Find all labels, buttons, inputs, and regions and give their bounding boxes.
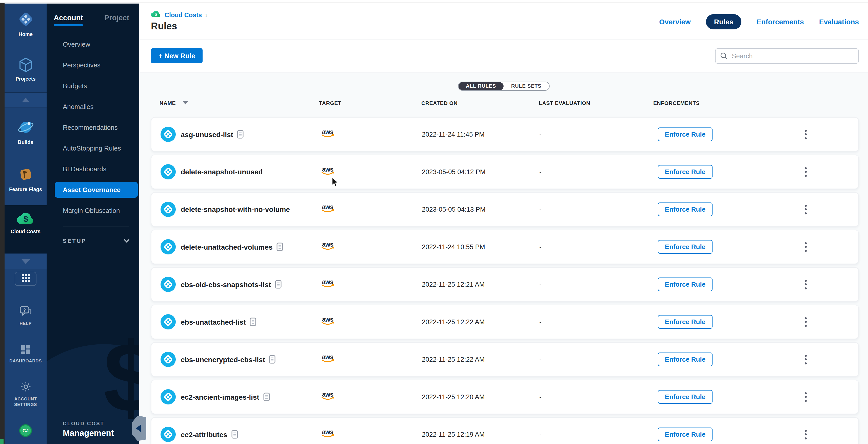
enforce-rule-button[interactable]: Enforce Rule <box>658 427 713 441</box>
kebab-menu-icon[interactable] <box>802 427 810 442</box>
page-tab-overview[interactable]: Overview <box>659 18 691 26</box>
page-tab-evaluations[interactable]: Evaluations <box>819 18 859 26</box>
rule-name[interactable]: ebs-unattached-list <box>181 318 246 326</box>
rule-icon <box>160 389 176 405</box>
sidenav-item-anomalies[interactable]: Anomalies <box>46 96 139 117</box>
rule-name-cell: asg-unused-list <box>181 130 244 139</box>
aws-icon: aws <box>319 166 336 178</box>
rule-name[interactable]: delete-unattached-volumes <box>181 243 273 251</box>
enforce-rule-button[interactable]: Enforce Rule <box>658 315 713 329</box>
table-row[interactable]: delete-snapshot-unused aws 2023-05-05 04… <box>151 155 859 189</box>
enforce-rule-button[interactable]: Enforce Rule <box>658 165 713 179</box>
rule-icon <box>160 314 176 329</box>
rule-name[interactable]: asg-unused-list <box>181 130 233 138</box>
sidenav-item-setup[interactable]: SETUP <box>63 234 129 247</box>
cloud-dollar-icon: $ <box>151 10 161 20</box>
created-on-value: 2023-05-05 04:13 PM <box>422 206 486 213</box>
created-on-value: 2022-11-25 12:22 AM <box>422 318 485 326</box>
doc-icon <box>275 280 282 289</box>
rules-list-area: ALL RULES RULE SETS NAME TARGET CREATED … <box>139 72 868 444</box>
search-icon <box>720 52 728 60</box>
rule-name[interactable]: delete-snapshot-unused <box>181 168 263 176</box>
browser-top-strip <box>0 0 868 3</box>
page-tab-rules[interactable]: Rules <box>706 14 741 29</box>
chevron-up-icon <box>22 97 30 102</box>
rule-name[interactable]: ec2-ancient-images-list <box>181 393 259 401</box>
sidenav-item-autostopping-rules[interactable]: AutoStopping Rules <box>46 138 139 159</box>
table-row[interactable]: ebs-unencrypted-ebs-list aws 2022-11-25 … <box>151 342 859 377</box>
harness-logo-icon <box>17 21 34 29</box>
rail-scroll-up[interactable] <box>5 92 46 108</box>
rail-label-home: Home <box>5 31 46 37</box>
rule-name[interactable]: delete-snapshot-with-no-volume <box>181 205 290 213</box>
rail-item-builds[interactable]: Builds <box>5 119 46 145</box>
kebab-menu-icon[interactable] <box>802 314 810 329</box>
sidenav-item-overview[interactable]: Overview <box>46 34 139 55</box>
kebab-menu-icon[interactable] <box>802 352 810 367</box>
kebab-menu-icon[interactable] <box>802 239 810 255</box>
kebab-menu-icon[interactable] <box>802 277 810 292</box>
sidenav-item-label: Recommendations <box>63 124 118 131</box>
rail-item-cloud-costs[interactable]: $ Cloud Costs <box>5 212 46 234</box>
column-header-name[interactable]: NAME <box>159 100 188 106</box>
user-avatar[interactable]: CJ <box>19 424 32 437</box>
rail-item-feature-flags[interactable]: Feature Flags <box>5 166 46 192</box>
tab-project[interactable]: Project <box>104 14 129 26</box>
enforce-rule-button[interactable]: Enforce Rule <box>658 127 713 141</box>
breadcrumb-cloud-costs-link[interactable]: Cloud Costs <box>164 11 202 19</box>
sidenav-item-recommendations[interactable]: Recommendations <box>46 117 139 138</box>
rule-name[interactable]: ebs-old-ebs-snapshots-list <box>181 280 271 288</box>
sidenav-item-asset-governance[interactable]: Asset Governance <box>46 179 139 200</box>
rule-icon <box>160 164 176 179</box>
sidenav-item-label: BI Dashboards <box>63 165 106 173</box>
created-on-value: 2022-11-24 10:55 PM <box>422 243 485 250</box>
help-chat-icon: ? <box>19 310 32 319</box>
module-grid-button[interactable] <box>15 272 36 286</box>
rail-scroll-down[interactable] <box>5 254 46 269</box>
table-row[interactable]: ebs-unattached-list aws 2022-11-25 12:22… <box>151 305 859 339</box>
aws-icon: aws <box>319 391 336 403</box>
table-row[interactable]: ec2-attributes aws 2022-11-25 12:19 AM -… <box>151 417 859 444</box>
table-row[interactable]: delete-snapshot-with-no-volume aws 2023-… <box>151 192 859 227</box>
rule-name[interactable]: ebs-unencrypted-ebs-list <box>181 355 265 363</box>
tab-account[interactable]: Account <box>54 14 83 26</box>
rule-name[interactable]: ec2-attributes <box>181 430 227 438</box>
doc-icon <box>237 130 244 139</box>
rail-item-projects[interactable]: Projects <box>5 57 46 82</box>
enforce-rule-button[interactable]: Enforce Rule <box>658 277 713 291</box>
page-tab-enforcements[interactable]: Enforcements <box>756 18 804 26</box>
table-row[interactable]: ebs-old-ebs-snapshots-list aws 2022-11-2… <box>151 267 859 302</box>
enforce-rule-button[interactable]: Enforce Rule <box>658 390 713 404</box>
sidenav-item-label: AutoStopping Rules <box>63 144 121 152</box>
rail-label-builds: Builds <box>5 139 46 145</box>
table-row[interactable]: delete-unattached-volumes aws 2022-11-24… <box>151 230 859 264</box>
kebab-menu-icon[interactable] <box>802 127 810 142</box>
scope-tabs: Account Project <box>54 14 129 26</box>
toggle-rule-sets[interactable]: RULE SETS <box>504 82 549 90</box>
rail-item-home[interactable]: Home <box>5 11 46 37</box>
module-eyebrow: CLOUD COST <box>63 421 104 426</box>
sidenav-item-budgets[interactable]: Budgets <box>46 76 139 96</box>
sidenav-item-perspectives[interactable]: Perspectives <box>46 55 139 76</box>
enforce-rule-button[interactable]: Enforce Rule <box>658 353 713 366</box>
search-input[interactable] <box>715 48 859 64</box>
table-row[interactable]: asg-unused-list aws 2022-11-24 11:45 PM … <box>151 117 859 152</box>
table-row[interactable]: ec2-ancient-images-list aws 2022-11-25 1… <box>151 380 859 414</box>
rule-icon <box>160 427 176 442</box>
svg-text:?: ? <box>23 308 26 313</box>
toggle-all-rules[interactable]: ALL RULES <box>458 82 504 90</box>
enforce-rule-button[interactable]: Enforce Rule <box>658 203 713 216</box>
kebab-menu-icon[interactable] <box>802 202 810 217</box>
rail-item-help[interactable]: ? HELP <box>5 306 46 326</box>
rail-item-dashboards[interactable]: DASHBOARDS <box>5 344 46 364</box>
sidenav-item-bi-dashboards[interactable]: BI Dashboards <box>46 159 139 179</box>
new-rule-button[interactable]: + New Rule <box>151 48 203 63</box>
svg-text:aws: aws <box>322 166 333 173</box>
kebab-menu-icon[interactable] <box>802 164 810 179</box>
sidenav-item-margin-obfuscation[interactable]: Margin Obfuscation <box>46 200 139 221</box>
rail-item-account-settings[interactable]: ACCOUNT SETTINGS <box>5 381 46 408</box>
rule-icon <box>160 277 176 292</box>
enforce-rule-button[interactable]: Enforce Rule <box>658 240 713 254</box>
kebab-menu-icon[interactable] <box>802 389 810 405</box>
rule-name-cell: delete-snapshot-unused <box>181 168 263 176</box>
